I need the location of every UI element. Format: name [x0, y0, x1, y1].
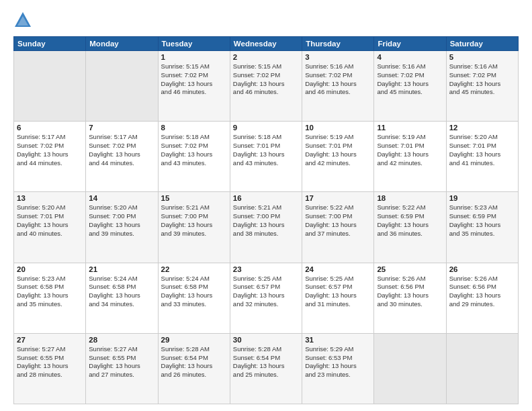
- calendar-cell: 30Sunrise: 5:28 AM Sunset: 6:54 PM Dayli…: [230, 333, 302, 404]
- calendar-cell: 19Sunrise: 5:23 AM Sunset: 6:59 PM Dayli…: [446, 192, 518, 263]
- day-info: Sunrise: 5:23 AM Sunset: 6:59 PM Dayligh…: [449, 203, 515, 238]
- day-info: Sunrise: 5:20 AM Sunset: 7:01 PM Dayligh…: [17, 203, 83, 238]
- day-number: 11: [377, 124, 443, 132]
- calendar-cell: 9Sunrise: 5:18 AM Sunset: 7:01 PM Daylig…: [230, 122, 302, 192]
- calendar-cell: 4Sunrise: 5:16 AM Sunset: 7:02 PM Daylig…: [374, 51, 446, 122]
- calendar-cell: 17Sunrise: 5:22 AM Sunset: 7:00 PM Dayli…: [302, 192, 374, 263]
- day-info: Sunrise: 5:26 AM Sunset: 6:56 PM Dayligh…: [449, 275, 515, 309]
- calendar-cell: 26Sunrise: 5:26 AM Sunset: 6:56 PM Dayli…: [446, 263, 518, 333]
- day-number: 19: [449, 194, 515, 202]
- day-info: Sunrise: 5:25 AM Sunset: 6:57 PM Dayligh…: [305, 275, 371, 309]
- week-row-1: 1Sunrise: 5:15 AM Sunset: 7:02 PM Daylig…: [14, 51, 519, 122]
- day-number: 5: [449, 53, 515, 61]
- day-number: 28: [89, 336, 154, 344]
- day-number: 29: [161, 336, 227, 344]
- day-info: Sunrise: 5:16 AM Sunset: 7:02 PM Dayligh…: [449, 62, 515, 97]
- day-info: Sunrise: 5:19 AM Sunset: 7:01 PM Dayligh…: [305, 133, 371, 167]
- day-info: Sunrise: 5:21 AM Sunset: 7:00 PM Dayligh…: [233, 203, 299, 238]
- day-number: 3: [305, 53, 371, 61]
- day-number: 26: [449, 265, 515, 273]
- day-info: Sunrise: 5:15 AM Sunset: 7:02 PM Dayligh…: [233, 62, 299, 97]
- day-number: 2: [233, 53, 299, 61]
- calendar-cell: 11Sunrise: 5:19 AM Sunset: 7:01 PM Dayli…: [374, 122, 446, 192]
- day-number: 14: [89, 194, 154, 202]
- day-number: 31: [305, 336, 371, 344]
- weekday-header-thursday: Thursday: [302, 37, 374, 51]
- day-info: Sunrise: 5:23 AM Sunset: 6:58 PM Dayligh…: [17, 275, 83, 309]
- calendar-cell: 1Sunrise: 5:15 AM Sunset: 7:02 PM Daylig…: [158, 51, 230, 122]
- day-number: 15: [161, 194, 227, 202]
- calendar-cell: [374, 333, 446, 404]
- day-info: Sunrise: 5:22 AM Sunset: 7:00 PM Dayligh…: [305, 203, 371, 238]
- calendar-cell: 12Sunrise: 5:20 AM Sunset: 7:01 PM Dayli…: [446, 122, 518, 192]
- day-info: Sunrise: 5:17 AM Sunset: 7:02 PM Dayligh…: [89, 133, 154, 167]
- day-number: 7: [89, 124, 154, 132]
- day-info: Sunrise: 5:21 AM Sunset: 7:00 PM Dayligh…: [161, 203, 227, 238]
- calendar-cell: 23Sunrise: 5:25 AM Sunset: 6:57 PM Dayli…: [230, 263, 302, 333]
- day-number: 25: [377, 265, 443, 273]
- day-info: Sunrise: 5:25 AM Sunset: 6:57 PM Dayligh…: [233, 275, 299, 309]
- calendar-cell: 6Sunrise: 5:17 AM Sunset: 7:02 PM Daylig…: [14, 122, 86, 192]
- day-number: 10: [305, 124, 371, 132]
- calendar-cell: 27Sunrise: 5:27 AM Sunset: 6:55 PM Dayli…: [14, 333, 86, 404]
- day-number: 6: [17, 124, 83, 132]
- week-row-3: 13Sunrise: 5:20 AM Sunset: 7:01 PM Dayli…: [14, 192, 519, 263]
- week-row-5: 27Sunrise: 5:27 AM Sunset: 6:55 PM Dayli…: [14, 333, 519, 404]
- calendar-cell: 29Sunrise: 5:28 AM Sunset: 6:54 PM Dayli…: [158, 333, 230, 404]
- page: SundayMondayTuesdayWednesdayThursdayFrid…: [0, 0, 532, 411]
- day-info: Sunrise: 5:18 AM Sunset: 7:02 PM Dayligh…: [161, 133, 227, 167]
- day-info: Sunrise: 5:28 AM Sunset: 6:54 PM Dayligh…: [161, 345, 227, 379]
- calendar-cell: 7Sunrise: 5:17 AM Sunset: 7:02 PM Daylig…: [86, 122, 158, 192]
- day-info: Sunrise: 5:24 AM Sunset: 6:58 PM Dayligh…: [89, 275, 154, 309]
- calendar-cell: 2Sunrise: 5:15 AM Sunset: 7:02 PM Daylig…: [230, 51, 302, 122]
- day-number: 23: [233, 265, 299, 273]
- day-number: 21: [89, 265, 154, 273]
- day-info: Sunrise: 5:16 AM Sunset: 7:02 PM Dayligh…: [305, 62, 371, 97]
- calendar-cell: 14Sunrise: 5:20 AM Sunset: 7:00 PM Dayli…: [86, 192, 158, 263]
- day-number: 13: [17, 194, 83, 202]
- header: [13, 11, 519, 30]
- calendar-cell: 28Sunrise: 5:27 AM Sunset: 6:55 PM Dayli…: [86, 333, 158, 404]
- day-info: Sunrise: 5:29 AM Sunset: 6:53 PM Dayligh…: [305, 345, 371, 379]
- week-row-4: 20Sunrise: 5:23 AM Sunset: 6:58 PM Dayli…: [14, 263, 519, 333]
- calendar-cell: 31Sunrise: 5:29 AM Sunset: 6:53 PM Dayli…: [302, 333, 374, 404]
- calendar-cell: 21Sunrise: 5:24 AM Sunset: 6:58 PM Dayli…: [86, 263, 158, 333]
- day-info: Sunrise: 5:24 AM Sunset: 6:58 PM Dayligh…: [161, 275, 227, 309]
- day-info: Sunrise: 5:19 AM Sunset: 7:01 PM Dayligh…: [377, 133, 443, 167]
- day-info: Sunrise: 5:17 AM Sunset: 7:02 PM Dayligh…: [17, 133, 83, 167]
- day-number: 12: [449, 124, 515, 132]
- calendar-cell: [446, 333, 518, 404]
- day-number: 1: [161, 53, 227, 61]
- calendar-cell: [86, 51, 158, 122]
- day-number: 18: [377, 194, 443, 202]
- day-number: 24: [305, 265, 371, 273]
- day-number: 27: [17, 336, 83, 344]
- week-row-2: 6Sunrise: 5:17 AM Sunset: 7:02 PM Daylig…: [14, 122, 519, 192]
- calendar-cell: 8Sunrise: 5:18 AM Sunset: 7:02 PM Daylig…: [158, 122, 230, 192]
- day-number: 20: [17, 265, 83, 273]
- weekday-header-sunday: Sunday: [14, 37, 86, 51]
- day-info: Sunrise: 5:18 AM Sunset: 7:01 PM Dayligh…: [233, 133, 299, 167]
- weekday-header-friday: Friday: [374, 37, 446, 51]
- day-number: 22: [161, 265, 227, 273]
- day-number: 30: [233, 336, 299, 344]
- day-info: Sunrise: 5:27 AM Sunset: 6:55 PM Dayligh…: [17, 345, 83, 379]
- calendar-cell: 15Sunrise: 5:21 AM Sunset: 7:00 PM Dayli…: [158, 192, 230, 263]
- day-number: 16: [233, 194, 299, 202]
- day-info: Sunrise: 5:28 AM Sunset: 6:54 PM Dayligh…: [233, 345, 299, 379]
- day-number: 17: [305, 194, 371, 202]
- calendar-cell: 24Sunrise: 5:25 AM Sunset: 6:57 PM Dayli…: [302, 263, 374, 333]
- calendar-cell: 3Sunrise: 5:16 AM Sunset: 7:02 PM Daylig…: [302, 51, 374, 122]
- calendar-cell: 5Sunrise: 5:16 AM Sunset: 7:02 PM Daylig…: [446, 51, 518, 122]
- calendar-cell: 13Sunrise: 5:20 AM Sunset: 7:01 PM Dayli…: [14, 192, 86, 263]
- day-number: 4: [377, 53, 443, 61]
- day-number: 8: [161, 124, 227, 132]
- weekday-header-monday: Monday: [86, 37, 158, 51]
- calendar-cell: 16Sunrise: 5:21 AM Sunset: 7:00 PM Dayli…: [230, 192, 302, 263]
- day-info: Sunrise: 5:27 AM Sunset: 6:55 PM Dayligh…: [89, 345, 154, 379]
- calendar-cell: 25Sunrise: 5:26 AM Sunset: 6:56 PM Dayli…: [374, 263, 446, 333]
- weekday-header-row: SundayMondayTuesdayWednesdayThursdayFrid…: [14, 37, 519, 51]
- calendar-cell: [14, 51, 86, 122]
- logo-icon: [13, 11, 32, 30]
- calendar-cell: 20Sunrise: 5:23 AM Sunset: 6:58 PM Dayli…: [14, 263, 86, 333]
